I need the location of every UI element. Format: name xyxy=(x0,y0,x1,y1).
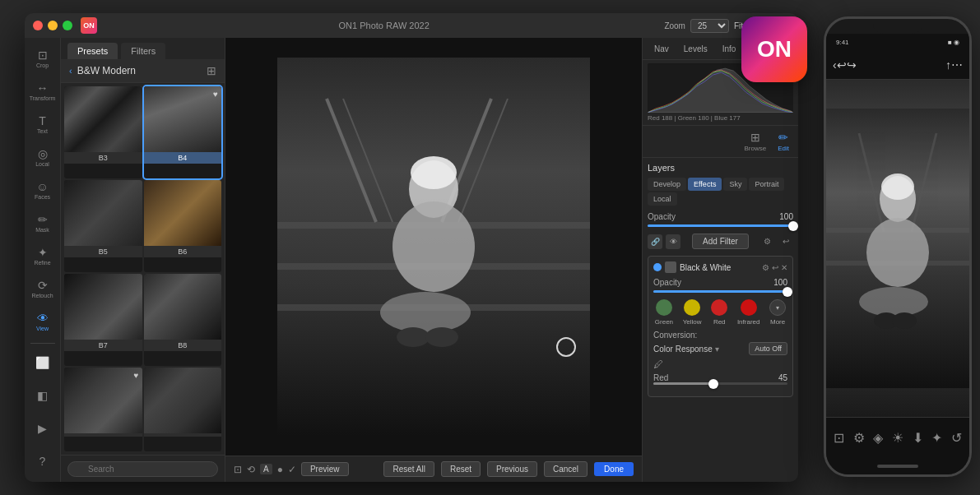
phone-share-icon[interactable]: ↑ xyxy=(945,58,951,72)
preset-b9-heart: ♥ xyxy=(134,371,139,380)
canvas-area[interactable] xyxy=(225,38,642,456)
layer-tab-sky[interactable]: Sky xyxy=(723,178,747,191)
tab-nav[interactable]: Nav xyxy=(648,42,676,56)
filter-close-icon[interactable]: ✕ xyxy=(781,263,787,272)
tool-transform[interactable]: ↔ Transform xyxy=(27,76,58,107)
red-slider-thumb[interactable] xyxy=(708,379,718,389)
filter-more-icon[interactable]: ↩ xyxy=(778,234,793,249)
tool-retouch[interactable]: ⟳ Retouch xyxy=(27,273,58,304)
link-icon[interactable]: 🔗 xyxy=(648,234,662,249)
filter-opacity-track[interactable] xyxy=(653,290,787,293)
canvas-bottom-bar: ⊡ ⟲ A ● ✓ Preview Reset All Reset Previo… xyxy=(225,456,642,482)
canvas-tool-1[interactable]: ⊡ xyxy=(234,464,242,475)
color-btn-infrared[interactable]: Infrared xyxy=(737,299,760,326)
phone-filter-icon[interactable]: ◈ xyxy=(873,430,883,446)
svg-point-11 xyxy=(380,292,471,333)
done-button[interactable]: Done xyxy=(594,462,634,476)
layer-tab-develop[interactable]: Develop xyxy=(648,178,686,191)
preset-b4[interactable]: ♥ B4 xyxy=(144,86,222,178)
preset-b7[interactable]: B7 xyxy=(64,274,142,366)
tab-levels[interactable]: Levels xyxy=(677,42,714,56)
tool-help[interactable]: ? xyxy=(27,446,58,477)
local-label: Local xyxy=(35,161,49,167)
phone-toolbar: ‹ ↩ ↪ ↑ ⋯ xyxy=(826,50,969,80)
auto-off-button[interactable]: Auto Off xyxy=(749,342,787,355)
opacity-row: Opacity 100 xyxy=(648,212,793,221)
phone-redo-icon[interactable]: ↪ xyxy=(847,58,857,72)
close-button[interactable] xyxy=(33,21,43,30)
tool-refine[interactable]: ✦ Refine xyxy=(27,240,58,271)
tool-faces[interactable]: ☺ Faces xyxy=(27,174,58,206)
color-buttons-row: Green Yellow Red xyxy=(653,299,787,326)
zoom-select[interactable]: 2550100 xyxy=(690,19,729,33)
preview-button[interactable]: Preview xyxy=(301,462,349,476)
preset-b8[interactable]: B8 xyxy=(144,274,222,366)
preset-grid-toggle[interactable]: ⊞ xyxy=(207,64,216,77)
phone-adjust-icon[interactable]: ⚙ xyxy=(853,430,865,446)
canvas-tool-2[interactable]: ⟲ xyxy=(247,464,255,475)
tool-crop[interactable]: ⊡ Crop xyxy=(27,43,58,74)
color-btn-red[interactable]: Red xyxy=(711,299,727,326)
color-response-chevron[interactable]: ▾ xyxy=(715,345,719,354)
filter-visibility-icon[interactable] xyxy=(665,261,676,273)
filter-active-dot[interactable] xyxy=(653,263,662,271)
filter-settings-icon[interactable]: ⚙ xyxy=(760,234,775,249)
previous-button[interactable]: Previous xyxy=(487,461,537,477)
tool-mask[interactable]: ✏ Mask xyxy=(27,207,58,238)
preset-b10[interactable] xyxy=(144,368,222,451)
browse-button[interactable]: ⊞ Browse xyxy=(742,128,769,155)
tool-text[interactable]: T Text xyxy=(27,109,58,140)
visibility-icon[interactable]: 👁 xyxy=(666,234,680,249)
cancel-button[interactable]: Cancel xyxy=(544,461,588,477)
filter-reset-icon[interactable]: ⚙ xyxy=(762,263,769,272)
phone-brightness-icon[interactable]: ☀ xyxy=(892,430,903,446)
opacity-slider-track[interactable] xyxy=(648,224,793,227)
preset-b9[interactable]: ♥ xyxy=(64,368,142,451)
opacity-value: 100 xyxy=(779,212,793,221)
svg-point-13 xyxy=(425,327,458,347)
preset-back-button[interactable]: ‹ xyxy=(69,66,72,76)
layer-tab-effects[interactable]: Effects xyxy=(688,178,722,191)
edit-button[interactable]: ✏ Edit xyxy=(775,128,792,155)
phone-undo-icon[interactable]: ↩ xyxy=(837,58,847,72)
phone-more-icon[interactable]: ⋯ xyxy=(951,58,963,72)
minimize-button[interactable] xyxy=(48,21,58,30)
opacity-slider-thumb[interactable] xyxy=(788,221,798,231)
tab-filters[interactable]: Filters xyxy=(121,43,165,59)
tool-local[interactable]: ◎ Local xyxy=(27,141,58,173)
phone-crop-icon[interactable]: ⊡ xyxy=(834,430,844,446)
search-input[interactable] xyxy=(67,461,218,477)
phone-mockup: 9:41 ■ ◉ ‹ ↩ ↪ ↑ ⋯ xyxy=(824,16,972,477)
tool-layers[interactable]: ⬜ xyxy=(27,347,58,378)
color-btn-yellow[interactable]: Yellow xyxy=(683,299,702,326)
canvas-tool-check[interactable]: ✓ xyxy=(288,464,296,475)
preset-b5[interactable]: B5 xyxy=(64,180,142,272)
tab-info[interactable]: Info xyxy=(716,42,743,56)
maximize-button[interactable] xyxy=(63,21,72,30)
preset-b7-label: B7 xyxy=(64,340,142,351)
tool-view[interactable]: 👁 View xyxy=(27,306,58,337)
phone-effects-icon[interactable]: ✦ xyxy=(931,430,942,446)
layer-tab-local[interactable]: Local xyxy=(648,192,677,206)
red-slider-track[interactable] xyxy=(653,382,787,385)
tab-presets[interactable]: Presets xyxy=(67,43,118,59)
color-picker-icon[interactable]: 🖊 xyxy=(653,359,787,370)
canvas-tool-circle[interactable]: ● xyxy=(277,464,283,475)
color-btn-more[interactable]: ▾ More xyxy=(769,299,786,326)
canvas-tool-a[interactable]: A xyxy=(260,464,272,474)
phone-rotate-icon[interactable]: ↺ xyxy=(951,430,962,446)
phone-download-icon[interactable]: ⬇ xyxy=(913,430,923,446)
filter-opacity-thumb[interactable] xyxy=(783,287,792,297)
reset-all-button[interactable]: Reset All xyxy=(383,461,434,477)
layer-tab-portrait[interactable]: Portrait xyxy=(749,178,784,191)
search-bar: 🔍 xyxy=(61,455,225,482)
filter-undo-icon[interactable]: ↩ xyxy=(772,263,778,272)
reset-button[interactable]: Reset xyxy=(441,461,481,477)
preset-b6[interactable]: B6 xyxy=(144,180,222,272)
red-slider-label: Red xyxy=(653,373,668,382)
tool-slideshow[interactable]: ▶ xyxy=(27,413,58,444)
color-btn-green[interactable]: Green xyxy=(655,299,673,326)
preset-b3[interactable]: B3 xyxy=(64,86,142,178)
tool-compare[interactable]: ◧ xyxy=(27,380,58,411)
add-filter-button[interactable]: Add Filter xyxy=(692,234,749,249)
